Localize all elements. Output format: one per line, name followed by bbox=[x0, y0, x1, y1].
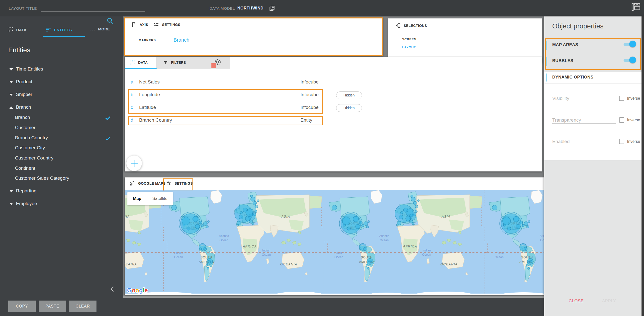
bubbles-label: BUBBLES bbox=[552, 58, 573, 63]
inverse-label: Inverse bbox=[627, 118, 640, 122]
panel-title: Object properties bbox=[552, 22, 604, 30]
accent-bar bbox=[546, 73, 547, 81]
ellipsis-icon: ... bbox=[90, 27, 96, 31]
sidebar-item-branch-group[interactable]: Branch bbox=[0, 103, 123, 112]
transparency-inverse-checkbox[interactable] bbox=[619, 117, 624, 123]
accent-bar bbox=[546, 41, 547, 50]
data-row-c[interactable]: c Latitude Infocube Hidden bbox=[125, 105, 542, 112]
axis-panel: AXIS SETTINGS MARKERS Branch bbox=[124, 17, 383, 56]
markers-value[interactable]: Branch bbox=[174, 37, 189, 43]
visibility-inverse-checkbox[interactable] bbox=[619, 96, 624, 101]
visibility-field bbox=[552, 95, 616, 102]
enabled-inverse-checkbox[interactable] bbox=[619, 139, 624, 144]
layout-switch-icon[interactable] bbox=[631, 2, 641, 12]
tab-data-label: DATA bbox=[16, 28, 26, 32]
search-icon[interactable] bbox=[106, 17, 114, 25]
map-type-map[interactable]: Map bbox=[128, 192, 147, 205]
sidebar-item-customer[interactable]: Customer bbox=[0, 124, 123, 132]
sidebar-item-employee[interactable]: Employee bbox=[0, 200, 123, 208]
data-panel: DATA FILTERS a Net Sales Infocu bbox=[125, 57, 542, 171]
tab-axis-settings[interactable]: SETTINGS bbox=[154, 22, 180, 27]
collapse-arrow-icon[interactable] bbox=[10, 68, 13, 70]
object-properties-panel: Object properties MAP AREAS BUBBLES DYNA… bbox=[544, 16, 644, 316]
layout-title-input[interactable] bbox=[41, 5, 145, 11]
map-areas-toggle[interactable] bbox=[624, 42, 635, 46]
sidebar-item-branch[interactable]: Branch bbox=[0, 114, 123, 122]
data-model-value[interactable]: NORTHWIND bbox=[237, 6, 264, 10]
collapse-arrow-icon[interactable] bbox=[10, 94, 13, 96]
data-row-a[interactable]: a Net Sales Infocube bbox=[125, 79, 542, 86]
google-logo[interactable]: Google bbox=[127, 287, 148, 294]
chart-bars-icon bbox=[130, 181, 135, 186]
copy-button[interactable]: COPY bbox=[8, 301, 36, 312]
open-external-icon[interactable] bbox=[269, 5, 275, 11]
tab-entities-label: ENTITIES bbox=[54, 28, 72, 32]
tab-map-settings[interactable]: SETTINGS bbox=[166, 181, 193, 186]
hidden-badge-button[interactable]: Hidden bbox=[336, 91, 362, 99]
selections-tree-icon bbox=[395, 23, 401, 28]
sidebar-item-reporting[interactable]: Reporting bbox=[0, 187, 123, 196]
sidebar-item-customer-sales-category[interactable]: Customer Sales Category bbox=[0, 174, 123, 183]
app-window: LAYOUT TITLE DATA MODEL NORTHWIND bbox=[0, 0, 644, 316]
settings-sliders-icon bbox=[154, 22, 159, 27]
tab-data[interactable]: DATA bbox=[8, 27, 26, 32]
sidebar-item-customer-city[interactable]: Customer City bbox=[0, 144, 123, 153]
refresh-settings-button[interactable] bbox=[212, 58, 223, 68]
sidebar-item-branch-country[interactable]: Branch Country bbox=[0, 134, 123, 143]
top-bar: LAYOUT TITLE DATA MODEL NORTHWIND bbox=[0, 0, 644, 16]
sidebar-item-product[interactable]: Product bbox=[0, 78, 123, 86]
collapse-arrow-icon[interactable] bbox=[10, 190, 13, 192]
selections-panel: SELECTIONS SCREEN LAYOUT bbox=[388, 18, 542, 63]
collapse-arrow-icon[interactable] bbox=[10, 203, 13, 205]
collapse-sidebar-button[interactable] bbox=[109, 285, 116, 293]
markers-label: MARKERS bbox=[138, 38, 156, 42]
active-tab-indicator bbox=[125, 68, 156, 69]
map-panel: GOOGLE MAPS SETTINGS Map Satellite bbox=[125, 177, 544, 295]
world-map[interactable]: ASIA AFRICA OCEANIA SOUTH AMERICA NORTH … bbox=[125, 190, 544, 295]
enabled-input[interactable] bbox=[552, 138, 616, 145]
entities-heading: Entities bbox=[8, 46, 30, 54]
transparency-input[interactable] bbox=[552, 117, 616, 124]
data-row-d[interactable]: d Branch Country Entity bbox=[125, 117, 542, 124]
bubbles-toggle[interactable] bbox=[624, 58, 635, 62]
sidebar-item-time-entities[interactable]: Time Entities bbox=[0, 65, 123, 74]
background-area bbox=[123, 298, 544, 316]
tab-more[interactable]: ... MORE bbox=[90, 27, 110, 31]
tab-data[interactable]: DATA bbox=[130, 60, 148, 65]
clear-button[interactable]: CLEAR bbox=[69, 301, 96, 312]
divider bbox=[125, 34, 382, 34]
data-row-b[interactable]: b Longitude Infocube Hidden bbox=[125, 92, 542, 99]
divider bbox=[544, 83, 642, 83]
add-data-button[interactable] bbox=[126, 156, 142, 171]
tab-axis[interactable]: AXIS bbox=[131, 22, 148, 27]
map-type-satellite[interactable]: Satellite bbox=[147, 192, 173, 205]
selections-screen[interactable]: SCREEN bbox=[402, 37, 416, 41]
data-grid-icon bbox=[8, 27, 14, 32]
sidebar-item-continent[interactable]: Continent bbox=[0, 164, 123, 173]
tab-google-maps[interactable]: GOOGLE MAPS bbox=[130, 181, 166, 186]
settings-sliders-icon bbox=[166, 181, 172, 186]
close-button[interactable]: CLOSE bbox=[569, 299, 584, 304]
tab-entities[interactable]: ENTITIES bbox=[46, 27, 72, 32]
apply-button[interactable]: APPLY bbox=[602, 299, 616, 304]
toggle-knob bbox=[629, 41, 636, 47]
transparency-field bbox=[552, 117, 616, 124]
inverse-label: Inverse bbox=[627, 139, 640, 144]
horizontal-scrollbar[interactable] bbox=[123, 296, 544, 298]
collapse-arrow-icon[interactable] bbox=[10, 81, 13, 83]
tab-more-label: MORE bbox=[98, 27, 110, 31]
data-grid-icon bbox=[130, 60, 135, 65]
map-type-control: Map Satellite bbox=[128, 192, 173, 205]
expand-arrow-icon[interactable] bbox=[10, 106, 13, 109]
selections-header[interactable]: SELECTIONS bbox=[395, 23, 427, 28]
check-icon bbox=[105, 135, 111, 142]
paste-button[interactable]: PASTE bbox=[39, 301, 66, 312]
sidebar-item-customer-country[interactable]: Customer Country bbox=[0, 154, 123, 163]
entities-lines-icon bbox=[46, 27, 52, 32]
hidden-badge-button[interactable]: Hidden bbox=[336, 104, 362, 112]
tab-filters[interactable]: FILTERS bbox=[163, 60, 186, 65]
sidebar-item-shipper[interactable]: Shipper bbox=[0, 91, 123, 99]
accent-bar bbox=[546, 57, 547, 66]
visibility-input[interactable] bbox=[552, 95, 616, 102]
selections-layout[interactable]: LAYOUT bbox=[402, 45, 416, 49]
